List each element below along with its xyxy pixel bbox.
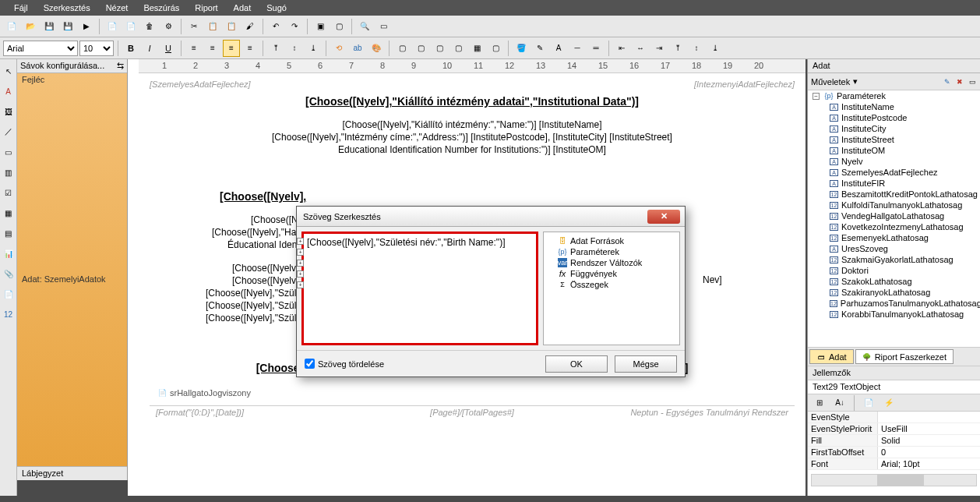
- cut-icon[interactable]: ✂: [185, 18, 203, 35]
- prop-Font[interactable]: FontArial; 10pt: [808, 458, 980, 470]
- placeholder-right[interactable]: [IntezmenyiAdatFejlechez]: [694, 80, 795, 89]
- linewidth-icon[interactable]: ═: [587, 40, 605, 57]
- data-tree[interactable]: −{p}Paraméterek AInstituteNameAInstitute…: [808, 90, 980, 348]
- snap-r-icon[interactable]: ⇥: [650, 40, 668, 57]
- align-right-icon[interactable]: ≡: [223, 40, 240, 57]
- pagenum-tool-icon[interactable]: 12: [0, 306, 17, 323]
- fillcolor-icon[interactable]: 🪣: [513, 40, 530, 57]
- text-rotate-icon[interactable]: ⟲: [330, 40, 347, 57]
- ops-view-icon[interactable]: ▭: [968, 77, 977, 87]
- menu-help[interactable]: Sugó: [259, 3, 294, 12]
- props-page-icon[interactable]: 📄: [860, 394, 877, 412]
- border-2-icon[interactable]: ▢: [412, 40, 429, 57]
- subreport-ref[interactable]: 📄 srHallgatoJogviszony: [150, 385, 795, 402]
- footer-pages[interactable]: [Page#]/[TotalPages#]: [430, 408, 514, 417]
- snap-c-icon[interactable]: ↔: [632, 40, 649, 57]
- zip-tool-icon[interactable]: 📎: [0, 265, 17, 282]
- param-InstituteStreet[interactable]: AInstituteStreet: [808, 134, 980, 145]
- prop-EvenStyle[interactable]: EvenStyle: [808, 412, 980, 423]
- expression-text[interactable]: [Choose([Nyelv],"Születési név:","Birth …: [307, 237, 533, 248]
- prop-EvenStylePriorit[interactable]: EvenStylePrioritUseFill: [808, 423, 980, 435]
- props-cat-icon[interactable]: ⊞: [811, 394, 828, 412]
- shape-tool-icon[interactable]: ▭: [0, 143, 17, 161]
- menu-view[interactable]: Nézet: [98, 3, 136, 12]
- ops-edit-icon[interactable]: ✎: [943, 77, 952, 87]
- border-1-icon[interactable]: ▢: [393, 40, 411, 57]
- find-icon[interactable]: 🔍: [356, 18, 373, 35]
- valign-bot-icon[interactable]: ⤓: [305, 40, 322, 57]
- format-icon[interactable]: 🖌: [241, 18, 259, 35]
- paste-icon[interactable]: 📋: [223, 18, 240, 35]
- param-VendegHallgatoLathatosag[interactable]: 12VendegHallgatoLathatosag: [808, 210, 980, 221]
- placeholder-left[interactable]: [SzemelyesAdatFejlechez]: [150, 80, 251, 89]
- underline-icon[interactable]: U: [160, 40, 177, 57]
- dlg-tree-datasources[interactable]: +🗄Adat Források: [547, 235, 676, 246]
- band-footer[interactable]: Lábjegyzet: [17, 466, 127, 480]
- chart-tool-icon[interactable]: 📊: [0, 245, 17, 262]
- open-icon[interactable]: 📂: [22, 18, 39, 35]
- param-SzakiranyokLathatosag[interactable]: 12SzakiranyokLathatosag: [808, 287, 980, 298]
- bold-icon[interactable]: B: [122, 40, 139, 57]
- param-InstituteFIR[interactable]: AInstituteFIR: [808, 178, 980, 189]
- ungroup-icon[interactable]: ▢: [330, 18, 347, 35]
- valign-mid-icon[interactable]: ↕: [286, 40, 303, 57]
- page-setup-icon[interactable]: ⚙: [160, 18, 177, 35]
- menu-edit[interactable]: Szerkesztés: [36, 3, 98, 12]
- tab-data[interactable]: 🗃Adat: [809, 349, 854, 364]
- snap-b-icon[interactable]: ⤓: [707, 40, 724, 57]
- picture-tool-icon[interactable]: 🖼: [0, 103, 17, 120]
- param-InstitutePostcode[interactable]: AInstitutePostcode: [808, 112, 980, 123]
- doc-line-3[interactable]: Educational Identification Number for In…: [150, 143, 795, 156]
- copy-icon[interactable]: 📋: [204, 18, 221, 35]
- param-SzakmaiGyakorlatLathatosag[interactable]: 12SzakmaiGyakorlatLathatosag: [808, 254, 980, 265]
- ops-label[interactable]: Műveletek: [811, 77, 850, 87]
- new-icon[interactable]: 📄: [3, 18, 20, 35]
- close-icon[interactable]: ✕: [647, 210, 680, 224]
- styles-icon[interactable]: 🎨: [368, 40, 385, 57]
- linecolor-icon[interactable]: ✎: [531, 40, 548, 57]
- ops-delete-icon[interactable]: ✖: [955, 77, 964, 87]
- param-InstituteOM[interactable]: AInstituteOM: [808, 145, 980, 156]
- dlg-tree-sysvars[interactable]: +varRendszer Változók: [547, 257, 676, 268]
- page-add2-icon[interactable]: 📄: [122, 18, 139, 35]
- linestyle-icon[interactable]: ─: [569, 40, 586, 57]
- expression-editor[interactable]: [Choose([Nyelv],"Születési név:","Birth …: [301, 232, 538, 345]
- param-KovetkezoIntezmenyLathatosag[interactable]: 12KovetkezoIntezmenyLathatosag: [808, 221, 980, 232]
- tree-root[interactable]: −{p}Paraméterek: [808, 90, 980, 101]
- param-SzemelyesAdatFejlechez[interactable]: ASzemelyesAdatFejlechez: [808, 167, 980, 178]
- preview-icon[interactable]: ▶: [78, 18, 95, 35]
- heading-1[interactable]: [Choose([Nyelv],"Kiállító intézmény adat…: [150, 89, 795, 118]
- saveall-icon[interactable]: 💾: [59, 18, 76, 35]
- menu-insert[interactable]: Beszúrás: [136, 3, 187, 12]
- line-tool-icon[interactable]: ／: [0, 123, 17, 140]
- subreport-tool-icon[interactable]: 📄: [0, 285, 17, 302]
- props-az-icon[interactable]: A↓: [831, 394, 848, 412]
- band-data[interactable]: Adat: SzemelyiAdatok: [17, 273, 127, 285]
- menu-file[interactable]: Fájl: [6, 3, 36, 12]
- redo-icon[interactable]: ↷: [286, 18, 303, 35]
- param-KulfoldiTanulmanyokLathatosag[interactable]: 12KulfoldiTanulmanyokLathatosag: [808, 200, 980, 210]
- table-tool-icon[interactable]: ▦: [0, 204, 17, 221]
- highlight-icon[interactable]: ab: [349, 40, 366, 57]
- font-family-select[interactable]: Arial: [3, 41, 78, 56]
- pointer-icon[interactable]: ↖: [0, 62, 17, 80]
- dlg-tree-params[interactable]: +{p}Paraméterek: [547, 246, 676, 257]
- footer-system[interactable]: Neptun - Egységes Tanulmányi Rendszer: [630, 408, 788, 417]
- doc-line-2[interactable]: [Choose([Nyelv],"Intézmény címe:","Addre…: [150, 131, 795, 143]
- italic-icon[interactable]: I: [141, 40, 158, 57]
- tab-tree[interactable]: 🌳Riport Faszerkezet: [855, 349, 954, 364]
- border-4-icon[interactable]: ▢: [449, 40, 467, 57]
- valign-top-icon[interactable]: ⤒: [267, 40, 284, 57]
- menu-data[interactable]: Adat: [226, 3, 259, 12]
- textcolor-icon[interactable]: A: [550, 40, 567, 57]
- param-KorabbiTanulmanyokLathatosag[interactable]: 12KorabbiTanulmanyokLathatosag: [808, 309, 980, 320]
- bands-header[interactable]: Sávok konfigurálása...⇆: [17, 59, 127, 73]
- page-del-icon[interactable]: 🗑: [141, 18, 158, 35]
- prop-FirstTabOffset[interactable]: FirstTabOffset0: [808, 447, 980, 458]
- param-EsemenyekLathatosag[interactable]: 12EsemenyekLathatosag: [808, 232, 980, 243]
- param-SzakokLathatosag[interactable]: 12SzakokLathatosag: [808, 276, 980, 287]
- wrap-checkbox[interactable]: Szöveg tördelése: [305, 359, 384, 369]
- check-tool-icon[interactable]: ☑: [0, 184, 17, 201]
- props-events-icon[interactable]: ⚡: [880, 394, 897, 412]
- param-Nyelv[interactable]: ANyelv: [808, 156, 980, 167]
